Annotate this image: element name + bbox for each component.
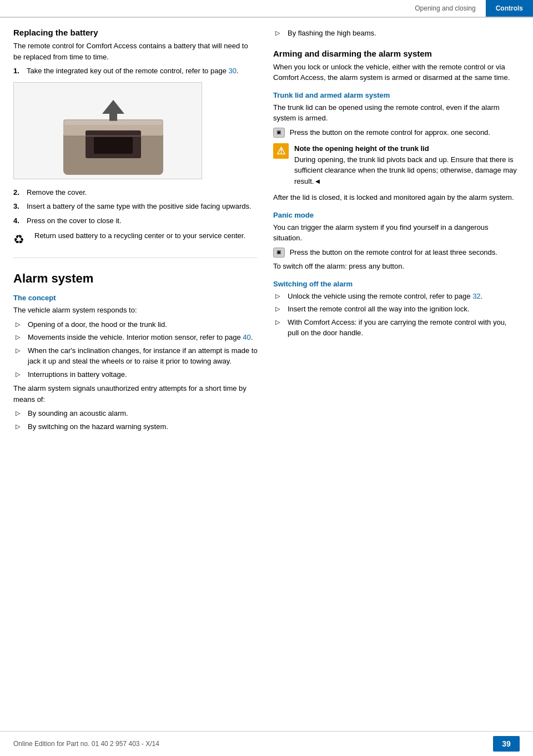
panic-mode-body: You can trigger the alarm system if you …	[273, 222, 517, 244]
warning-icon: ⚠	[273, 143, 289, 159]
arming-disarming-section: Arming and disarming the alarm system Wh…	[273, 49, 517, 83]
battery-steps-list-2: 2. Remove the cover. 3. Insert a battery…	[13, 187, 258, 226]
replacing-battery-title: Replacing the battery	[13, 28, 258, 37]
step-1: 1. Take the integrated key out of the re…	[13, 65, 258, 77]
page-number: 39	[493, 736, 520, 752]
switching-bullet-3: With Comfort Access: if you are carrying…	[273, 317, 517, 339]
arming-disarming-title: Arming and disarming the alarm system	[273, 49, 517, 58]
panic-mode-title: Panic mode	[273, 211, 517, 219]
switching-off-title: Switching off the alarm	[273, 280, 517, 288]
main-content: Replacing the battery The remote control…	[0, 18, 533, 468]
concept-intro: The vehicle alarm system responds to:	[13, 305, 258, 316]
battery-steps-list: 1. Take the integrated key out of the re…	[13, 65, 258, 77]
left-column: Replacing the battery The remote control…	[13, 28, 258, 435]
battery-image: MY04 1300MA	[13, 82, 202, 179]
remote-icon-trunk: ▣	[273, 128, 285, 138]
header-navigation: Opening and closing Controls	[405, 0, 533, 17]
remote-icon-panic: ▣	[273, 248, 285, 258]
switching-bullet-2: Insert the remote control all the way in…	[273, 304, 517, 315]
link-page-32[interactable]: 32	[472, 292, 480, 300]
section-divider	[13, 258, 258, 258]
header-nav-controls: Controls	[486, 0, 533, 17]
footer-text: Online Edition for Part no. 01 40 2 957 …	[13, 740, 159, 748]
battery-svg	[52, 97, 174, 179]
bullet-doors: Opening of a door, the hood or the trunk…	[13, 319, 258, 330]
step-4: 4. Press on the cover to close it.	[13, 215, 258, 226]
switching-bullet-1: Unlock the vehicle using the remote cont…	[273, 291, 517, 302]
high-beams-bullets: By flashing the high beams.	[273, 28, 517, 39]
switching-bullet-1-text: Unlock the vehicle using the remote cont…	[288, 291, 482, 302]
step-2: 2. Remove the cover.	[13, 187, 258, 198]
trunk-lid-section: Trunk lid and armed alarm system The tru…	[273, 91, 517, 203]
recycle-icon: ♻	[13, 230, 29, 249]
bullet-high-beams: By flashing the high beams.	[273, 28, 517, 39]
switching-off-section: Switching off the alarm Unlock the vehic…	[273, 280, 517, 339]
alarm-system-section: Alarm system The concept The vehicle ala…	[13, 271, 258, 432]
page-footer: Online Edition for Part no. 01 40 2 957 …	[0, 731, 533, 756]
right-column: By flashing the high beams. Arming and d…	[273, 28, 517, 435]
step-3: 3. Insert a battery of the same type wit…	[13, 201, 258, 212]
panic-mode-remote-note: ▣ Press the button on the remote control…	[273, 247, 517, 258]
link-page-40[interactable]: 40	[243, 333, 250, 341]
trunk-lid-after-note: After the lid is closed, it is locked an…	[273, 192, 517, 203]
concept-bullets: Opening of a door, the hood or the trunk…	[13, 319, 258, 380]
signals-intro: The alarm system signals unauthorized en…	[13, 383, 258, 405]
svg-rect-7	[64, 120, 162, 125]
trunk-lid-title: Trunk lid and armed alarm system	[273, 91, 517, 99]
recycle-note: ♻ Return used battery to a recycling cen…	[13, 230, 258, 249]
bullet-battery: Interruptions in battery voltage.	[13, 369, 258, 380]
header-nav-opening-closing: Opening and closing	[405, 0, 485, 17]
panic-mode-section: Panic mode You can trigger the alarm sys…	[273, 211, 517, 272]
bullet-movements-text: Movements inside the vehicle. Interior m…	[28, 332, 253, 343]
signals-bullets: By sounding an acoustic alarm. By switch…	[13, 408, 258, 432]
panic-switch-off: To switch off the alarm: press any butto…	[273, 261, 517, 272]
page-header: Opening and closing Controls	[0, 0, 533, 18]
svg-rect-6	[94, 137, 133, 154]
replacing-battery-section: Replacing the battery The remote control…	[13, 28, 258, 249]
replacing-battery-intro: The remote control for Comfort Access co…	[13, 41, 258, 62]
svg-rect-4	[109, 113, 117, 121]
battery-illustration	[52, 97, 163, 164]
warning-text: Note the opening height of the trunk lid…	[294, 143, 517, 187]
signal-acoustic: By sounding an acoustic alarm.	[13, 408, 258, 419]
alarm-system-title: Alarm system	[13, 271, 258, 286]
arming-disarming-body: When you lock or unlock the vehicle, eit…	[273, 62, 517, 83]
step-1-link[interactable]: 30	[229, 67, 237, 75]
concept-title: The concept	[13, 294, 258, 302]
trunk-lid-body: The trunk lid can be opened using the re…	[273, 102, 517, 124]
signal-hazard: By switching on the hazard warning syste…	[13, 421, 258, 432]
trunk-lid-remote-note: ▣ Press the button on the remote control…	[273, 127, 517, 138]
bullet-movements: Movements inside the vehicle. Interior m…	[13, 332, 258, 343]
switching-off-bullets: Unlock the vehicle using the remote cont…	[273, 291, 517, 339]
bullet-inclination: When the car's inclination changes, for …	[13, 345, 258, 367]
warning-box: ⚠ Note the opening height of the trunk l…	[273, 143, 517, 187]
step-1-text: Take the integrated key out of the remot…	[27, 65, 239, 77]
svg-marker-3	[102, 100, 124, 114]
